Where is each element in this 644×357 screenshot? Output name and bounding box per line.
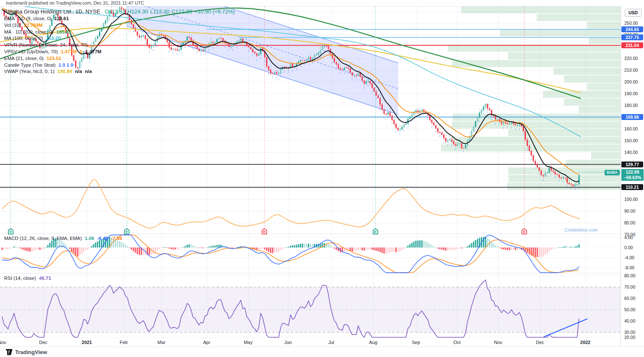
rsi-axis-label: 40.00 [624,318,635,323]
time-axis-label: 2021 [82,340,92,345]
svg-text:E: E [126,230,128,234]
last-price: 122.99 [621,169,644,175]
time-axis-label: Sep [412,340,420,345]
price-axis-label: 200.00 [624,79,638,84]
earnings-badge[interactable]: E [8,228,14,235]
macd-axis-label: 4.00 [624,235,633,240]
price-axis-label: 160.00 [624,126,638,131]
price-level-badge: 129.77 [621,162,643,167]
price-axis-label: 190.00 [624,91,638,96]
svg-text:E: E [374,230,377,234]
time-axis-label: Feb [120,340,128,345]
price-level-badge: 231.04 [621,42,643,48]
price-level-badge: 169.96 [621,114,643,120]
macd-axis-label: -4.00 [624,255,634,260]
tradingview-logo[interactable]: TradingView [6,349,47,355]
chart-canvas[interactable] [0,0,621,357]
macd-axis-label: 0.00 [624,245,633,250]
earnings-badge[interactable]: E [521,228,527,235]
last-price-badge: 122.99−59.63% [621,169,644,181]
last-change-pct: −59.63% [621,175,644,180]
price-axis-label: 250.00 [624,21,638,26]
rsi-axis-label: 60.00 [624,296,635,301]
time-axis-label: Oct [453,340,460,345]
price-axis-label: 150.00 [624,138,638,143]
price-level-badge: 237.75 [621,34,643,40]
price-axis-label: 180.00 [624,103,638,108]
price-axis-label: 210.00 [624,68,638,73]
time-axis-label: Jul [328,340,334,345]
macd-axis-label: -8.00 [624,265,634,270]
time-axis[interactable]: NovDec2021FebMarAprMayJunJulAugSepOctNov… [0,338,621,347]
svg-text:E: E [523,230,526,234]
price-axis-label: 100.00 [624,197,638,202]
price-axis-label: 90.00 [624,208,635,214]
price-axis-label: 80.00 [624,220,635,225]
pane-separator-macd[interactable] [0,234,621,234]
time-axis-label: Nov [0,340,6,345]
time-axis-label: Nov [494,340,502,345]
time-axis-label: Apr [203,340,210,345]
rsi-axis-label: 70.00 [624,284,635,289]
earnings-badge[interactable]: E [261,228,267,235]
svg-text:E: E [10,230,12,234]
time-axis-label: May [244,340,253,345]
rsi-axis-label: 20.00 [624,335,635,340]
time-axis-label: Dec [536,340,544,345]
time-axis-label: Jun [284,340,292,345]
rsi-axis-label: 30.00 [624,330,635,335]
tradingview-logo-text: TradingView [15,349,47,355]
earnings-badge[interactable]: E [124,228,130,235]
watermark[interactable]: Crinklebine.com [558,227,605,232]
price-level-badge: 110.21 [621,184,643,190]
time-axis-label: Dec [39,340,47,345]
pane-separator-rsi[interactable] [0,273,621,274]
currency-button[interactable]: USD [625,9,641,17]
price-axis[interactable]: USD 250.00240.00220.00210.00200.00190.00… [621,6,644,347]
rsi-axis-label: 80.00 [624,273,635,278]
svg-text:E: E [263,230,266,234]
tradingview-logo-icon [6,349,13,355]
price-axis-label: 140.00 [624,150,638,155]
price-axis-label: 220.00 [624,56,638,61]
time-axis-label: 2022 [580,340,590,345]
time-axis-label: Aug [369,340,377,345]
earnings-badge[interactable]: E [372,228,379,235]
tradingview-chart-window: ivanbrian9 published on TradingView.com,… [0,0,644,357]
time-axis-label: Mar [158,340,166,345]
bottom-bar: TradingView [0,347,644,357]
rsi-axis-label: 50.00 [624,307,635,312]
ticker-chip: BABA [605,170,620,175]
price-level-badge: 244.65 [621,26,643,32]
